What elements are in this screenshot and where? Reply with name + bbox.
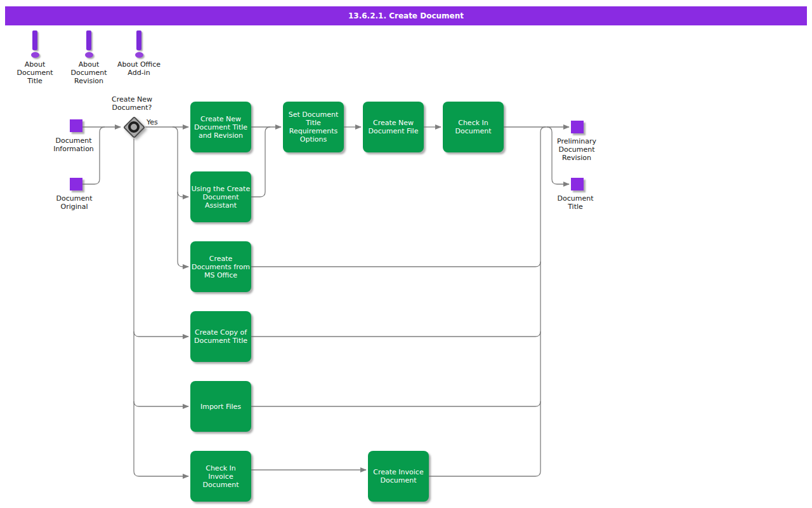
data-object-preliminary-document-revision[interactable] [571,121,584,133]
edge-branch-to-import-files [134,401,188,406]
task-check-in-invoice-document[interactable]: Check In Invoice Document [190,451,251,502]
connectors [82,127,569,476]
edge-ms-office-return [251,262,540,267]
data-object-document-original[interactable] [70,178,82,190]
edge-decision-to-check-in-invoice [134,138,188,476]
task-create-new-document-file[interactable]: Create New Document File [363,102,424,152]
data-object-label: Document Title [558,194,594,211]
data-object-document-title[interactable] [571,178,584,190]
connector-layer [0,0,812,508]
edge-create-copy-return [251,331,540,337]
task-using-the-create-document-assistant[interactable]: Using the Create Document Assistant [190,171,251,222]
task-check-in-document[interactable]: Check In Document [443,102,504,152]
decision-node-create-new-document[interactable] [122,116,145,138]
task-set-document-title-requirements-options[interactable]: Set Document Title Requirements Options [283,102,344,152]
data-object-label: Preliminary Document Revision [557,137,596,162]
edge-document-original-merge [82,127,105,184]
edge-create-invoice-return [429,127,546,476]
decision-yes-label: Yes [147,118,158,126]
task-import-files[interactable]: Import Files [190,381,251,432]
data-object-label: Document Original [56,194,93,211]
edge-import-files-return [251,401,540,406]
decision-question-label: Create New Document? [112,95,152,112]
task-create-documents-from-ms-office[interactable]: Create Documents from MS Office [190,241,251,292]
edge-branch-to-create-copy [134,331,188,337]
edge-branch-to-create-assistant [178,192,188,197]
task-create-new-document-title-and-revision[interactable]: Create New Document Title and Revision [190,102,251,152]
task-create-copy-of-document-title[interactable]: Create Copy of Document Title [190,311,251,362]
data-object-label: Document Information [53,137,94,153]
task-create-invoice-document[interactable]: Create Invoice Document [368,451,429,502]
decision-circle-icon [128,121,140,133]
data-object-document-information[interactable] [70,119,82,132]
edge-assistant-return [251,127,270,197]
diagram-canvas: 13.6.2.1. Create Document About Document… [0,0,812,508]
